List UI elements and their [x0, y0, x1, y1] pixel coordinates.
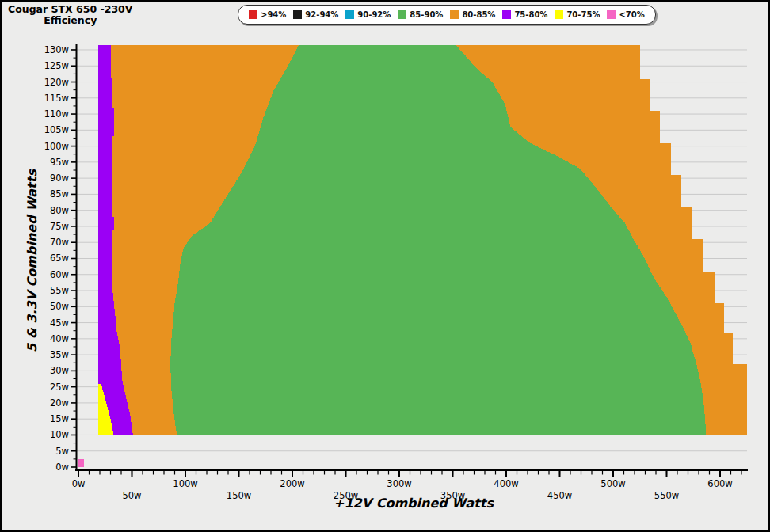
x-axis-title: +12V Combined Watts	[247, 496, 580, 511]
y-tick-label: 60w	[50, 269, 69, 280]
x-tick-label: 300w	[387, 478, 411, 489]
y-tick-label: 50w	[50, 301, 69, 312]
y-tick-label: 20w	[50, 397, 69, 408]
y-tick-label: 55w	[50, 285, 69, 296]
x-tick-label: 550w	[654, 490, 679, 501]
x-tick-label: 0w	[72, 478, 86, 489]
y-tick-label: 25w	[50, 382, 69, 393]
x-tick-label: 400w	[494, 478, 518, 489]
y-tick-label: 125w	[44, 60, 69, 71]
y-tick-label: 10w	[50, 429, 69, 440]
chart-canvas: Cougar STX 650 -230V Efficiency >94%92-9…	[0, 0, 770, 532]
y-tick-label: 100w	[44, 141, 69, 152]
x-tick-label: 600w	[707, 478, 732, 489]
x-tick-label: 500w	[600, 478, 625, 489]
y-tick-label: 85w	[50, 188, 69, 200]
plot-area: 0w5w10w15w20w25w30w35w40w45w50w55w60w65w…	[2, 2, 770, 532]
y-tick-label: 0w	[55, 462, 69, 473]
y-tick-label: 110w	[44, 108, 69, 120]
y-tick-label: 115w	[44, 93, 69, 104]
y-tick-label: 5w	[55, 446, 69, 457]
y-tick-label: 45w	[50, 317, 69, 329]
x-tick-label: 200w	[280, 478, 304, 489]
y-axis-title: 5 & 3.3V Combined Watts	[25, 142, 40, 380]
y-tick-label: 65w	[50, 253, 69, 264]
y-tick-label: 35w	[50, 349, 69, 360]
y-tick-label: 90w	[50, 173, 69, 184]
y-tick-label: 130w	[44, 44, 69, 55]
x-tick-label: 50w	[122, 490, 141, 501]
y-tick-label: 80w	[50, 205, 69, 216]
y-tick-label: 70w	[50, 237, 69, 248]
y-tick-label: 120w	[44, 77, 69, 88]
y-tick-label: 40w	[50, 333, 69, 344]
x-tick-label: 100w	[173, 478, 197, 489]
y-tick-label: 95w	[50, 157, 69, 168]
y-tick-label: 15w	[50, 413, 69, 424]
y-tick-label: 75w	[50, 221, 69, 232]
y-tick-label: 105w	[44, 124, 69, 135]
y-tick-label: 30w	[50, 365, 69, 376]
region-eff-lt-70	[78, 459, 84, 467]
